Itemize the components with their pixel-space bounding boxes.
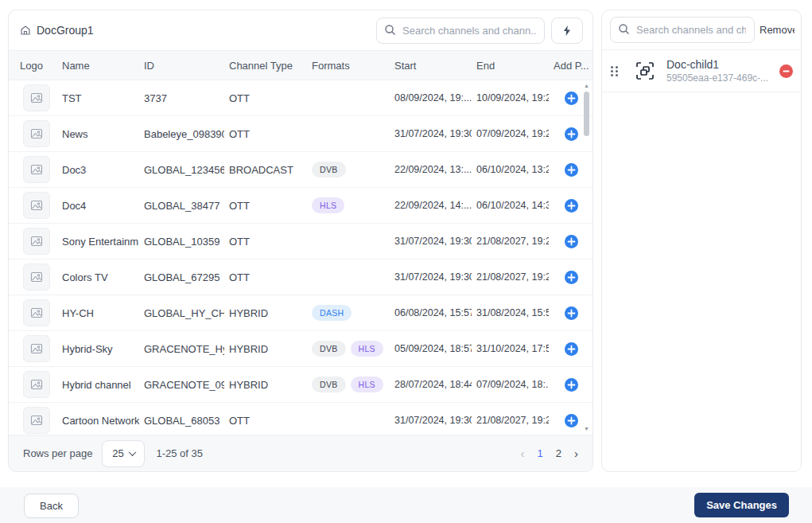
remove-channel-button[interactable] [779, 64, 793, 78]
cell-id: GRACENOTE_Hy... [139, 343, 224, 355]
add-channel-button[interactable] [565, 235, 578, 248]
cell-end: 07/09/2024, 18:... [472, 379, 549, 390]
cell-type: OTT [224, 271, 307, 283]
drag-handle[interactable] [608, 64, 620, 79]
group-title: DocGroup1 [20, 24, 94, 37]
page-button-2[interactable]: 2 [556, 447, 561, 459]
cell-start: 06/08/2024, 15:57 [390, 307, 472, 318]
bottom-action-bar: Back Save Changes [0, 487, 812, 523]
column-header-formats: Formats [307, 60, 390, 72]
cell-type: OTT [224, 200, 307, 212]
channel-logo-placeholder [23, 120, 50, 147]
table-row[interactable]: Cartoon Network GLOBAL_68053 OTT 31/07/2… [9, 403, 592, 435]
scrollbar-down-arrow[interactable]: ▼ [582, 425, 591, 433]
table-row[interactable]: Doc4 GLOBAL_38477 OTT HLS 22/09/2024, 14… [9, 188, 592, 224]
channel-logo-placeholder [23, 335, 50, 362]
plus-circle-icon [565, 342, 578, 356]
chevron-down-icon [128, 448, 136, 456]
scrollbar-up-arrow[interactable]: ▲ [582, 82, 591, 90]
page-button-1[interactable]: 1 [538, 447, 543, 459]
lightning-icon [563, 25, 571, 36]
cell-name: Cartoon Network [57, 415, 139, 427]
add-channel-button[interactable] [565, 342, 578, 356]
next-page-button[interactable]: › [574, 447, 578, 460]
table-row[interactable]: Colors TV GLOBAL_67295 OTT 31/07/2024, 1… [9, 260, 592, 295]
format-badge: HLS [351, 377, 383, 392]
plus-circle-icon [565, 92, 578, 105]
selected-channels-panel: Remove... Doc-child1 59505eaa-e137-469c-… [601, 10, 802, 472]
quick-filter-button[interactable] [551, 18, 583, 44]
page-buttons: 12 [538, 447, 561, 459]
channel-logo-placeholder [23, 84, 50, 111]
cell-type: OTT [224, 236, 307, 248]
cell-name: Sony Entertainm... [57, 236, 139, 248]
table-row[interactable]: Doc3 GLOBAL_123456 BROADCAST DVB 22/09/2… [9, 152, 592, 188]
prev-page-button[interactable]: ‹ [521, 447, 525, 460]
channel-logo-placeholder [23, 371, 50, 398]
plus-circle-icon [565, 271, 578, 284]
add-channel-button[interactable] [565, 127, 578, 141]
selected-panel-header: Remove... [602, 10, 801, 50]
table-row[interactable]: News Babeleye_098390 OTT 31/07/2024, 19:… [9, 116, 592, 152]
scrollbar-thumb[interactable] [584, 92, 589, 136]
cell-name: Hybrid-Sky [57, 343, 139, 355]
cell-type: OTT [224, 415, 307, 427]
table-row[interactable]: TST 3737 OTT 08/09/2024, 19:... 10/09/20… [9, 80, 592, 116]
cell-start: 22/09/2024, 14:... [390, 200, 472, 211]
cell-type: HYBRID [224, 343, 307, 355]
cell-id: GRACENOTE_09... [139, 379, 224, 391]
add-channel-button[interactable] [565, 199, 578, 213]
table-row[interactable]: Sony Entertainm... GLOBAL_10359 OTT 31/0… [9, 224, 592, 260]
add-channel-button[interactable] [565, 414, 578, 427]
cell-id: Babeleye_098390 [139, 128, 224, 140]
plus-circle-icon [565, 163, 578, 177]
cell-formats: HLS [307, 197, 390, 213]
add-channel-button[interactable] [565, 306, 578, 320]
format-badge: DVB [312, 162, 346, 178]
cell-name: Doc3 [57, 164, 139, 176]
cell-type: HYBRID [224, 379, 307, 391]
add-channel-button[interactable] [565, 92, 578, 105]
cell-name: Hybrid channel [57, 379, 139, 391]
table-row[interactable]: Hybrid channel GRACENOTE_09... HYBRID DV… [9, 367, 592, 403]
format-badge: HLS [312, 197, 344, 213]
add-channel-button[interactable] [565, 378, 578, 392]
channels-panel: DocGroup1 Logo Name ID Channel Type Form… [8, 10, 593, 472]
table-row[interactable]: HY-CH GLOBAL_HY_CH HYBRID DASH 06/08/202… [9, 295, 592, 331]
add-channel-button[interactable] [565, 163, 578, 177]
channels-search-input[interactable] [376, 18, 545, 44]
table-row[interactable]: Hybrid-Sky GRACENOTE_Hy... HYBRID DVBHLS… [9, 331, 592, 367]
back-button[interactable]: Back [24, 494, 79, 518]
format-badge: DASH [312, 305, 352, 321]
rows-per-page-select[interactable]: 25 [102, 440, 145, 467]
cell-end: 31/10/2024, 17:57 [472, 343, 549, 354]
cell-end: 10/09/2024, 19:29 [472, 92, 549, 103]
table-footer: Rows per page 25 1-25 of 35 ‹ 12 › [9, 435, 592, 471]
save-changes-button[interactable]: Save Changes [694, 493, 789, 517]
cell-id: 3737 [139, 92, 224, 104]
table-rows-container: TST 3737 OTT 08/09/2024, 19:... 10/09/20… [9, 80, 592, 435]
table-scrollbar: ▲ ▼ [582, 82, 591, 433]
cell-id: GLOBAL_67295 [139, 271, 224, 283]
remove-all-link[interactable]: Remove... [760, 24, 795, 36]
column-header-add: Add P... [549, 60, 592, 72]
selected-channel-item[interactable]: Doc-child1 59505eaa-e137-469c-... [602, 50, 801, 92]
selected-search-input[interactable] [610, 17, 755, 43]
cell-formats: DASH [307, 305, 390, 321]
cell-end: 07/09/2024, 19:29 [472, 128, 549, 139]
cell-name: News [57, 128, 139, 140]
cell-formats: DVB [307, 162, 390, 178]
cell-start: 05/09/2024, 18:57 [390, 343, 472, 354]
cell-formats: DVBHLS [307, 377, 390, 392]
cell-type: BROADCAST [224, 164, 307, 176]
page-title: DocGroup1 [37, 24, 94, 37]
format-badge: DVB [312, 377, 346, 392]
group-home-icon [20, 25, 31, 36]
image-placeholder-icon [30, 306, 43, 319]
cell-end: 21/08/2027, 19:29 [472, 271, 549, 283]
pagination: ‹ 12 › [521, 447, 578, 460]
cell-start: 22/09/2024, 13:... [390, 164, 472, 175]
channels-panel-header: DocGroup1 [9, 10, 592, 50]
add-channel-button[interactable] [565, 271, 578, 284]
channels-search [376, 18, 545, 44]
